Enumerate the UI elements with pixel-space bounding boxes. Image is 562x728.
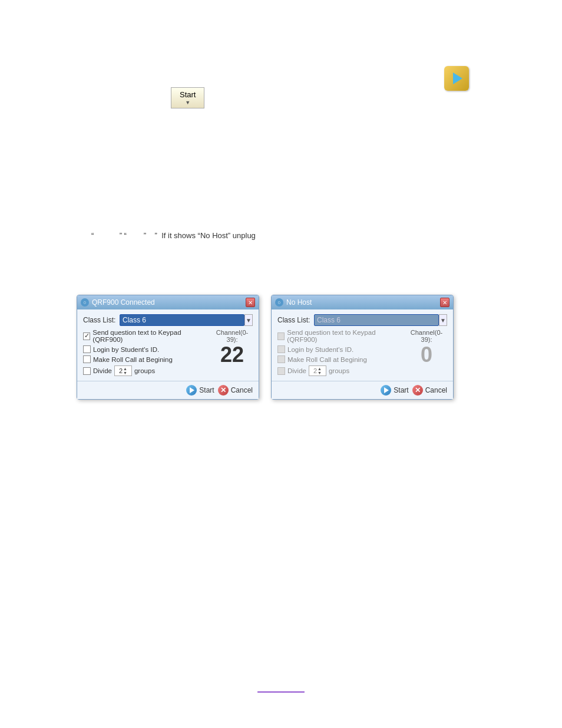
dialog-nohost-start-triangle <box>384 387 389 393</box>
dialog-connected-start-label: Start <box>199 386 214 394</box>
start-label: Start <box>180 90 196 99</box>
dialog-connected-icon: ○ <box>81 298 89 307</box>
dialog-nohost: ○ No Host ✕ Class List: Class 6 ▼ Send q… <box>271 295 454 400</box>
dialog-connected-login-checkbox[interactable] <box>83 345 91 353</box>
dialog-nohost-stepper-arrows: ▲ ▼ <box>318 367 322 375</box>
dialog-connected-start-triangle <box>190 387 194 393</box>
dialog-connected-start-button[interactable]: Start <box>186 385 214 396</box>
dialog-nohost-rollcall-label: Make Roll Call at Begining <box>287 356 367 363</box>
dialog-connected-start-icon <box>186 385 197 396</box>
dialog-nohost-icon: ○ <box>275 298 283 307</box>
dialog-connected-title-left: ○ QRF900 Connected <box>81 298 155 307</box>
dialogs-area: ○ QRF900 Connected ✕ Class List: Class 6… <box>77 295 454 400</box>
bottom-link-text: ___________ <box>257 684 305 693</box>
dialog-nohost-rollcall-row: Make Roll Call at Begining <box>277 355 400 363</box>
dialog-connected-rollcall-row: Make Roll Call at Begining <box>83 355 206 363</box>
dialog-connected-divide-label: Divide <box>93 367 112 374</box>
dialog-connected-channel-value: 22 <box>211 344 253 365</box>
dialog-connected-cancel-icon: ✕ <box>218 385 229 396</box>
dialog-connected-send-row: Send question text to Keypad (QRF900) <box>83 329 206 343</box>
dialog-connected-login-row: Login by Student's ID. <box>83 345 206 353</box>
dialog-nohost-checkboxes: Send question text to Keypad (QRF900) Lo… <box>277 329 400 376</box>
dialog-nohost-title-left: ○ No Host <box>275 298 312 307</box>
dialog-connected-login-label: Login by Student's ID. <box>93 346 159 353</box>
dialog-nohost-send-row: Send question text to Keypad (QRF900) <box>277 329 400 343</box>
dialog-connected-rollcall-label: Make Roll Call at Begining <box>93 356 173 363</box>
dialog-connected-classlist-label: Class List: <box>83 316 120 324</box>
dialog-connected-body: Class List: Class 6 ▼ Send question text… <box>77 309 259 381</box>
dialog-connected: ○ QRF900 Connected ✕ Class List: Class 6… <box>77 295 259 400</box>
dialog-nohost-classlist-input: Class 6 <box>314 314 439 326</box>
dialog-connected-send-label: Send question text to Keypad (QRF900) <box>92 329 206 343</box>
play-icon-top <box>444 66 469 91</box>
dialog-connected-content: Send question text to Keypad (QRF900) Lo… <box>83 329 253 376</box>
dialog-nohost-stepper-up: ▲ <box>318 367 322 371</box>
dialog-connected-stepper-arrows: ▲ ▼ <box>123 367 127 375</box>
dialog-nohost-start-icon <box>381 385 391 396</box>
bottom-link[interactable]: ___________ <box>257 684 305 693</box>
dialog-connected-close[interactable]: ✕ <box>246 298 255 307</box>
dialog-nohost-start-label: Start <box>394 386 408 394</box>
dialog-nohost-classlist-dropdown: ▼ <box>439 314 447 326</box>
dialog-nohost-close[interactable]: ✕ <box>440 298 449 307</box>
dialog-connected-cancel-button[interactable]: ✕ Cancel <box>218 385 253 396</box>
dialog-connected-classlist-dropdown[interactable]: ▼ <box>244 314 253 326</box>
dialog-connected-classlist-input[interactable]: Class 6 <box>120 314 244 326</box>
dialog-connected-divide-row: Divide 2 ▲ ▼ groups <box>83 365 206 376</box>
start-button[interactable]: Start ▼ <box>171 87 204 108</box>
instruction-text: “ ” “ ” ” If it shows “No Host” unplug <box>91 230 538 242</box>
dialog-nohost-content: Send question text to Keypad (QRF900) Lo… <box>277 329 447 376</box>
dialog-nohost-divide-label: Divide <box>287 367 306 374</box>
dialog-connected-stepper[interactable]: 2 ▲ ▼ <box>114 365 132 376</box>
dialog-nohost-stepper-value: 2 <box>313 367 317 374</box>
dialog-nohost-divide-row: Divide 2 ▲ ▼ groups <box>277 365 400 376</box>
dialog-nohost-send-checkbox <box>277 332 285 340</box>
dialog-connected-send-checkbox[interactable] <box>83 332 90 340</box>
dialog-nohost-classlist-row: Class List: Class 6 ▼ <box>277 314 447 326</box>
dialog-nohost-start-button[interactable]: Start <box>381 385 408 396</box>
start-button-area: Start ▼ <box>171 87 204 108</box>
dialog-connected-stepper-up[interactable]: ▲ <box>123 367 127 371</box>
dialog-nohost-channel-area: Channel(0-39): 0 <box>406 329 447 376</box>
dialog-nohost-cancel-button[interactable]: ✕ Cancel <box>412 385 447 396</box>
dialog-nohost-login-label: Login by Student's ID. <box>287 346 353 353</box>
dialog-nohost-cancel-label: Cancel <box>425 386 447 394</box>
dialog-connected-rollcall-checkbox[interactable] <box>83 355 91 363</box>
dialog-nohost-stepper-down: ▼ <box>318 371 322 375</box>
dialog-connected-checkboxes: Send question text to Keypad (QRF900) Lo… <box>83 329 206 376</box>
dialog-connected-classlist-row: Class List: Class 6 ▼ <box>83 314 253 326</box>
dialog-connected-channel-label: Channel(0-39): <box>211 329 253 343</box>
dialog-nohost-classlist-label: Class List: <box>277 316 314 324</box>
dialog-nohost-login-checkbox <box>277 345 285 353</box>
dialog-nohost-channel-label: Channel(0-39): <box>406 329 447 343</box>
dialog-nohost-groups-label: groups <box>329 367 349 374</box>
dialog-nohost-channel-value: 0 <box>406 344 447 365</box>
dialog-nohost-stepper: 2 ▲ ▼ <box>309 365 326 376</box>
dialog-connected-stepper-value: 2 <box>119 367 123 374</box>
dialog-connected-footer: Start ✕ Cancel <box>77 381 259 399</box>
dialog-connected-groups-label: groups <box>134 367 155 374</box>
start-arrow: ▼ <box>185 100 190 106</box>
instruction-content: “ ” “ ” ” If it shows “No Host” unplug <box>91 231 256 240</box>
dialog-nohost-rollcall-checkbox <box>277 355 285 363</box>
dialog-nohost-cancel-icon: ✕ <box>412 385 423 396</box>
dialog-nohost-titlebar: ○ No Host ✕ <box>272 295 453 309</box>
dialog-nohost-send-label: Send question text to Keypad (QRF900) <box>287 329 400 343</box>
dialog-connected-title: QRF900 Connected <box>92 298 155 307</box>
dialog-connected-channel-area: Channel(0-39): 22 <box>211 329 253 376</box>
dialog-nohost-footer: Start ✕ Cancel <box>272 381 453 399</box>
dialog-nohost-body: Class List: Class 6 ▼ Send question text… <box>272 309 453 381</box>
dialog-connected-cancel-label: Cancel <box>231 386 253 394</box>
dialog-nohost-title: No Host <box>286 298 312 307</box>
dialog-nohost-login-row: Login by Student's ID. <box>277 345 400 353</box>
dialog-nohost-divide-checkbox <box>277 367 285 375</box>
dialog-connected-titlebar: ○ QRF900 Connected ✕ <box>77 295 259 309</box>
dialog-connected-stepper-down[interactable]: ▼ <box>123 371 127 375</box>
dialog-connected-divide-checkbox[interactable] <box>83 367 91 375</box>
